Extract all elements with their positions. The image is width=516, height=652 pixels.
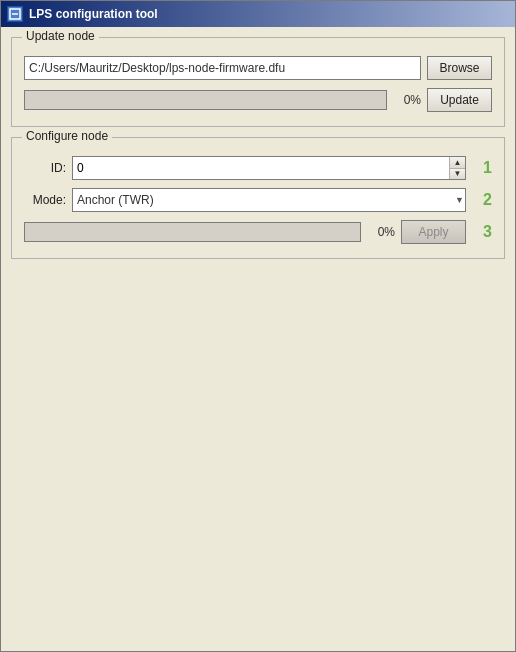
- mode-row: Mode: Anchor (TWR) Tag Anchor (TDOA) ▼ 2: [24, 188, 492, 212]
- update-node-content: Browse 0% Update: [24, 56, 492, 112]
- browse-button[interactable]: Browse: [427, 56, 492, 80]
- title-bar: LPS configuration tool: [1, 1, 515, 27]
- configure-node-label: Configure node: [22, 129, 112, 143]
- mode-label: Mode:: [24, 193, 66, 207]
- update-node-label: Update node: [22, 29, 99, 43]
- update-button[interactable]: Update: [427, 88, 492, 112]
- mode-select-container: Anchor (TWR) Tag Anchor (TDOA) ▼: [72, 188, 466, 212]
- id-row: ID: ▲ ▼ 1: [24, 156, 492, 180]
- main-window: LPS configuration tool Update node Brows…: [0, 0, 516, 652]
- step-2: 2: [472, 191, 492, 209]
- spinbox-up-button[interactable]: ▲: [450, 157, 465, 168]
- mode-select[interactable]: Anchor (TWR) Tag Anchor (TDOA): [72, 188, 466, 212]
- step-1: 1: [472, 159, 492, 177]
- apply-button[interactable]: Apply: [401, 220, 466, 244]
- apply-progress-bar: [24, 222, 361, 242]
- update-progress-label: 0%: [393, 93, 421, 107]
- id-input[interactable]: [73, 157, 449, 179]
- id-spinbox: ▲ ▼: [72, 156, 466, 180]
- configure-node-section: Configure node ID: ▲ ▼ 1 Mo: [11, 137, 505, 259]
- window-content: Update node Browse 0% Update Configure n…: [1, 27, 515, 651]
- update-node-section: Update node Browse 0% Update: [11, 37, 505, 127]
- update-progress-bar: [24, 90, 387, 110]
- configure-node-content: ID: ▲ ▼ 1 Mode: Anchor (T: [24, 156, 492, 244]
- spinbox-down-button[interactable]: ▼: [450, 168, 465, 180]
- window-title: LPS configuration tool: [29, 7, 158, 21]
- file-row: Browse: [24, 56, 492, 80]
- spinbox-buttons: ▲ ▼: [449, 157, 465, 179]
- id-label: ID:: [24, 161, 66, 175]
- step-3: 3: [472, 223, 492, 241]
- apply-progress-row: 0% Apply 3: [24, 220, 492, 244]
- apply-progress-label: 0%: [367, 225, 395, 239]
- file-path-input[interactable]: [24, 56, 421, 80]
- update-progress-row: 0% Update: [24, 88, 492, 112]
- app-icon: [7, 6, 23, 22]
